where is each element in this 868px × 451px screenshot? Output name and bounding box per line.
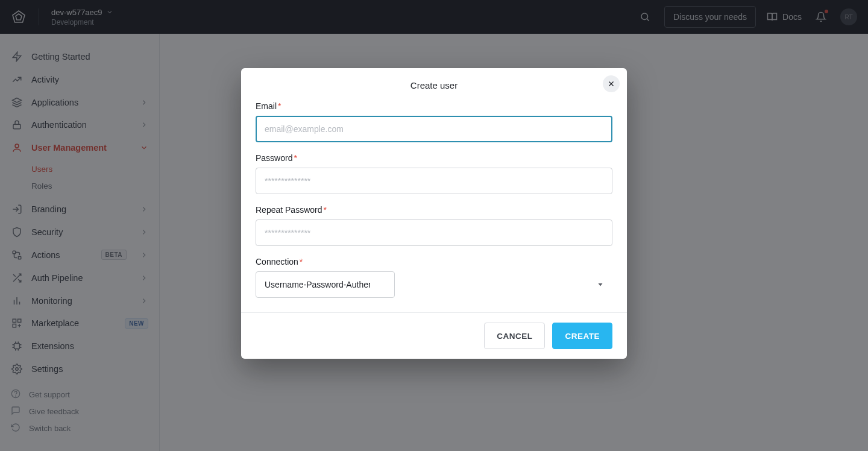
modal-footer: CANCEL CREATE — [241, 312, 627, 359]
modal-header: Create user — [241, 68, 627, 94]
repeat-password-input[interactable] — [256, 219, 612, 246]
required-asterisk: * — [294, 153, 297, 163]
close-icon — [608, 80, 615, 87]
field-connection: Connection* — [256, 257, 612, 298]
connection-value[interactable] — [256, 271, 395, 298]
connection-select[interactable] — [256, 271, 612, 298]
modal-title: Create user — [256, 80, 612, 90]
cancel-button[interactable]: CANCEL — [484, 323, 545, 349]
field-repeat-password: Repeat Password* — [256, 205, 612, 246]
required-asterisk: * — [324, 205, 327, 215]
email-label: Email* — [256, 101, 612, 111]
connection-label: Connection* — [256, 257, 612, 266]
close-button[interactable] — [603, 75, 620, 92]
password-label: Password* — [256, 153, 612, 163]
modal-body: Email* Password* Repeat Password* Connec… — [241, 94, 627, 312]
required-asterisk: * — [278, 101, 281, 111]
create-button[interactable]: CREATE — [552, 323, 612, 349]
field-password: Password* — [256, 153, 612, 194]
svg-marker-36 — [599, 283, 603, 286]
repeat-password-label: Repeat Password* — [256, 205, 612, 215]
password-input[interactable] — [256, 168, 612, 194]
required-asterisk: * — [300, 257, 303, 266]
create-user-modal: Create user Email* Password* Repeat Pass… — [241, 68, 627, 359]
email-input[interactable] — [256, 116, 612, 142]
caret-down-icon — [597, 281, 604, 288]
field-email: Email* — [256, 101, 612, 142]
